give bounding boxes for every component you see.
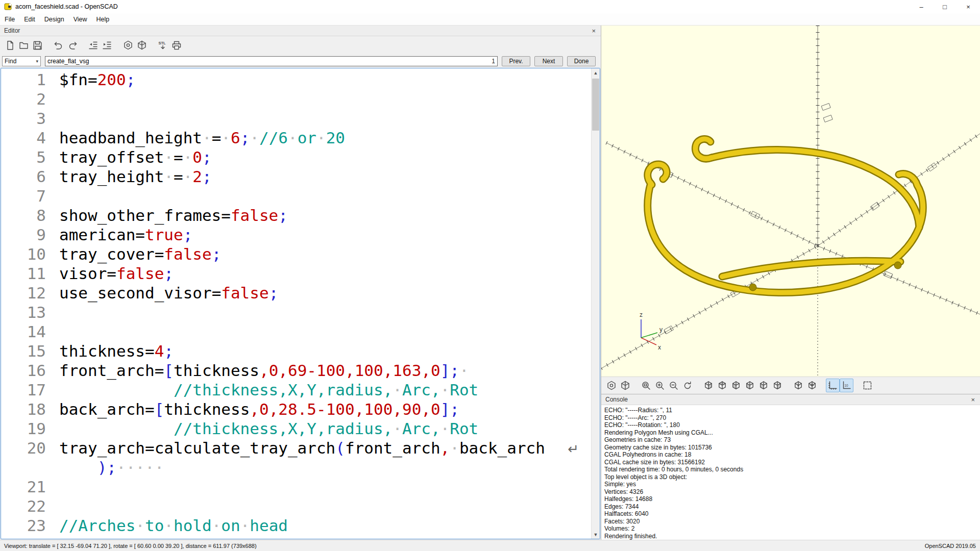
export-stl-button[interactable]: STL	[156, 39, 169, 53]
unindent-button[interactable]	[86, 39, 100, 53]
line-number	[1, 458, 54, 477]
view-back-button[interactable]	[770, 379, 784, 392]
scroll-down-button[interactable]: ▼	[592, 530, 600, 539]
view-bottom-icon	[730, 380, 742, 391]
view-diagonal-button[interactable]	[791, 379, 805, 392]
axis-indicator: z x y	[640, 311, 663, 351]
scroll-thumb[interactable]	[592, 79, 599, 131]
redo-button[interactable]	[65, 39, 79, 53]
viewport-toolbar: 10	[601, 377, 980, 394]
view-front-icon	[758, 380, 769, 391]
zoom-in-button[interactable]	[653, 379, 667, 392]
find-input[interactable]	[45, 56, 498, 66]
main-area: Editor × STL Find ▾ 1 Prev. Next Done 1$…	[0, 26, 980, 540]
line-number: 16	[1, 361, 54, 380]
maximize-button[interactable]: □	[933, 0, 957, 13]
titlebar: acorn_faceshield.scad - OpenSCAD – □ ×	[0, 0, 980, 13]
zoom-in-icon	[654, 380, 666, 391]
show-scale-markers-button[interactable]: 10	[840, 379, 853, 392]
statusbar-version: OpenSCAD 2019.05	[925, 543, 976, 549]
code-lines[interactable]: 1$fn=200;234headband_height·=·6;·//6·or·…	[1, 68, 591, 539]
statusbar: Viewport: translate = [ 32.15 -69.04 71.…	[0, 540, 980, 551]
code-line: 22	[1, 496, 591, 516]
line-number: 6	[1, 167, 54, 186]
menu-view[interactable]: View	[69, 13, 92, 26]
code-line: 9american=true;	[1, 225, 591, 244]
new-file-button[interactable]	[3, 39, 17, 53]
console-line: ECHO: "-----Arc: ", 270	[604, 414, 977, 422]
reset-view-button[interactable]	[680, 379, 694, 392]
new-file-icon	[5, 40, 16, 51]
show-axes-button[interactable]	[826, 379, 840, 392]
zoom-all-button[interactable]	[639, 379, 653, 392]
code-line: 23//Arches·to·hold·on·head	[1, 516, 591, 535]
menu-file[interactable]: File	[0, 13, 19, 26]
view-back-icon	[772, 380, 783, 391]
open-file-button[interactable]	[17, 39, 31, 53]
render-button[interactable]	[618, 379, 632, 392]
view-bottom-button[interactable]	[729, 379, 743, 392]
menu-help[interactable]: Help	[92, 13, 114, 26]
code-line: 17 //thickness,X,Y,radius,·Arc,·Rot	[1, 380, 591, 399]
view-front-button[interactable]	[756, 379, 770, 392]
preview-button[interactable]	[604, 379, 618, 392]
export-stl-icon: STL	[157, 40, 168, 51]
view-center-button[interactable]	[805, 379, 819, 392]
line-number: 23	[1, 516, 54, 535]
view-top-button[interactable]	[715, 379, 729, 392]
code-line: 8show_other_frames=false;	[1, 206, 591, 225]
view-all-button[interactable]	[861, 379, 874, 392]
zoom-all-icon	[641, 380, 652, 391]
code-line: 1$fn=200;	[1, 70, 591, 89]
render-button[interactable]	[135, 39, 149, 53]
menu-design[interactable]: Design	[40, 13, 69, 26]
print-button[interactable]	[169, 39, 183, 53]
code-line: 15thickness=4;	[1, 341, 591, 361]
code-line: 10tray_cover=false;	[1, 244, 591, 264]
console-output: ECHO: "-----Radius: ", 11ECHO: "-----Arc…	[601, 405, 980, 540]
show-axes-icon	[827, 380, 839, 391]
window-title: acorn_faceshield.scad - OpenSCAD	[15, 3, 118, 10]
open-file-icon	[18, 40, 30, 51]
menu-edit[interactable]: Edit	[19, 13, 40, 26]
viewport-3d[interactable]: z x y	[601, 26, 980, 377]
zoom-out-button[interactable]	[667, 379, 680, 392]
view-left-button[interactable]	[743, 379, 756, 392]
app-icon	[4, 3, 12, 11]
save-button[interactable]	[31, 39, 44, 53]
view-right-button[interactable]	[701, 379, 715, 392]
code-line: 13	[1, 303, 591, 322]
chevron-down-icon: ▾	[36, 59, 38, 64]
find-prev-button[interactable]: Prev.	[502, 56, 530, 66]
line-number: 22	[1, 496, 54, 516]
indent-button[interactable]	[100, 39, 114, 53]
editor-toolbar: STL	[0, 36, 601, 55]
svg-text:STL: STL	[158, 41, 166, 45]
console-line: Halffacets: 6040	[604, 510, 977, 518]
model	[648, 139, 923, 292]
console-line: Vertices: 4326	[604, 488, 977, 496]
editor-close-button[interactable]: ×	[591, 27, 597, 35]
find-next-button[interactable]: Next	[534, 56, 563, 66]
axis-label-x: x	[658, 344, 661, 351]
close-button[interactable]: ×	[957, 0, 980, 13]
console-close-button[interactable]: ×	[970, 396, 976, 404]
line-number: 18	[1, 399, 54, 419]
code-line: 16front_arch=[thickness,0,69-100,100,163…	[1, 361, 591, 380]
code-line: 19 //thickness,X,Y,radius,·Arc,·Rot	[1, 419, 591, 438]
undo-button[interactable]	[52, 39, 65, 53]
unindent-icon	[88, 40, 99, 51]
find-done-button[interactable]: Done	[567, 56, 596, 66]
menubar: File Edit Design View Help	[0, 13, 980, 26]
svg-text:10: 10	[844, 383, 848, 387]
editor-scrollbar[interactable]: ▲ ▼	[591, 68, 600, 539]
preview-button[interactable]	[121, 39, 135, 53]
minimize-button[interactable]: –	[910, 0, 933, 13]
scroll-up-button[interactable]: ▲	[592, 68, 600, 77]
find-mode-select[interactable]: Find ▾	[2, 56, 41, 66]
console-line: ECHO: "-----Rotation: ", 180	[604, 421, 977, 429]
openscad-window: acorn_faceshield.scad - OpenSCAD – □ × F…	[0, 0, 980, 551]
code-editor[interactable]: 1$fn=200;234headband_height·=·6;·//6·or·…	[1, 68, 600, 539]
redo-icon	[67, 40, 78, 51]
line-number: 20	[1, 438, 54, 458]
